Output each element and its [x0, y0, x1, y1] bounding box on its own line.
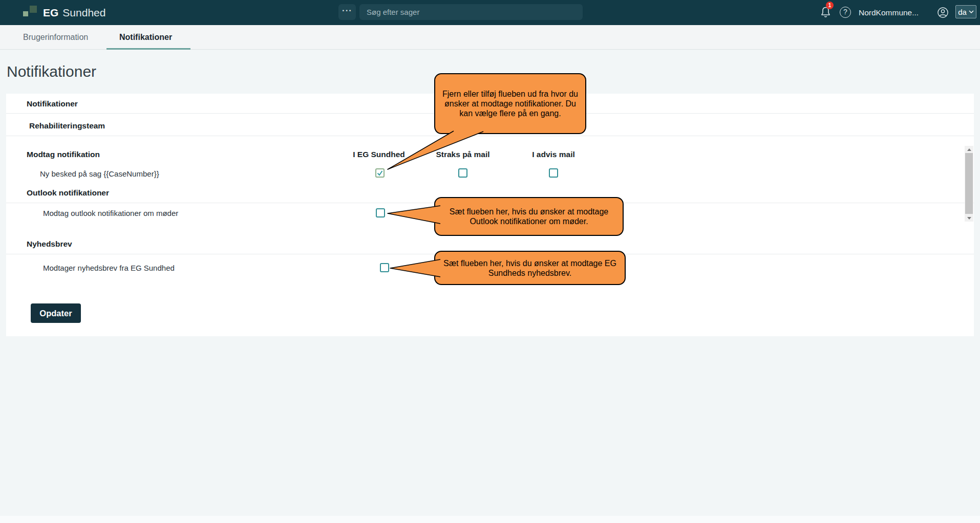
row-label-ny-besked: Ny besked på sag {{CaseNumber}} [40, 169, 159, 178]
language-code: da [958, 8, 967, 16]
bottom-strip [0, 516, 980, 523]
divider [6, 136, 974, 136]
row-label-outlook: Modtag outlook notifikationer om møder [43, 209, 178, 217]
active-tab-underline [106, 48, 190, 50]
tab-brugerinformation[interactable]: Brugerinformation [23, 25, 88, 50]
section-header-nyhedsbrev: Nyhedsbrev [27, 239, 72, 249]
user-profile-icon[interactable] [937, 7, 949, 18]
brand-title-name: Sundhed [62, 7, 105, 18]
section-header-notifikationer: Notifikationer [27, 99, 78, 108]
organization-name: NordKommune... [859, 0, 919, 25]
page-title: Notifikationer [7, 63, 96, 80]
help-icon[interactable]: ? [840, 7, 851, 18]
checkbox-ny-besked-straks-mail[interactable] [458, 168, 467, 178]
brand-title-bold: EG [43, 7, 58, 18]
scrollbar-thumb[interactable] [965, 153, 973, 214]
section-header-outlook: Outlook notifikationer [27, 188, 109, 198]
section-header-rehabiliteringsteam: Rehabiliteringsteam [29, 121, 105, 130]
callout-outlook-checkbox: Sæt flueben her, hvis du ønsker at modta… [434, 197, 624, 236]
checkbox-outlook-notifikationer[interactable] [376, 208, 385, 217]
checkbox-ny-besked-eg-sundhed[interactable] [375, 168, 385, 178]
case-search [359, 4, 583, 20]
more-menu-button[interactable]: ··· [338, 4, 356, 20]
app-header: EGSundhed ··· 1 ? NordKommune... da [0, 0, 980, 25]
update-button[interactable]: Opdater [31, 303, 81, 323]
column-header-straks-pa-mail: Straks på mail [419, 150, 506, 159]
language-selector[interactable]: da [955, 5, 976, 18]
notification-count-badge: 1 [826, 2, 834, 9]
table-header-modtag-notifikation: Modtag notifikation [27, 150, 100, 159]
brand-logo-square-small [23, 11, 28, 16]
brand-logo-square-large [30, 6, 37, 13]
brand-title: EGSundhed [43, 0, 105, 25]
checkbox-ny-besked-advis-mail[interactable] [549, 168, 558, 178]
tab-bar: Brugerinformation Notifikationer [0, 25, 980, 50]
search-input[interactable] [359, 4, 583, 20]
checkbox-nyhedsbrev[interactable] [380, 263, 389, 272]
callout-notification-checkboxes: Fjern eller tilføj flueben ud fra hvor d… [434, 73, 586, 134]
column-header-i-eg-sundhed: I EG Sundhed [335, 150, 422, 159]
callout-nyhedsbrev-checkbox: Sæt flueben her, hvis du ønsker at modta… [434, 251, 626, 285]
column-header-i-advis-mail: I advis mail [510, 150, 597, 159]
tab-notifikationer[interactable]: Notifikationer [119, 25, 172, 50]
chevron-down-icon [969, 10, 974, 13]
checkmark-icon [376, 169, 384, 177]
scroll-down-arrow-icon[interactable] [965, 214, 973, 222]
eg-sundhed-app: EGSundhed ··· 1 ? NordKommune... da [0, 0, 980, 523]
row-label-nyhedsbrev: Modtager nyhedsbrev fra EG Sundhed [43, 264, 175, 272]
table-scrollbar[interactable] [965, 146, 973, 222]
scroll-up-arrow-icon[interactable] [965, 146, 973, 153]
